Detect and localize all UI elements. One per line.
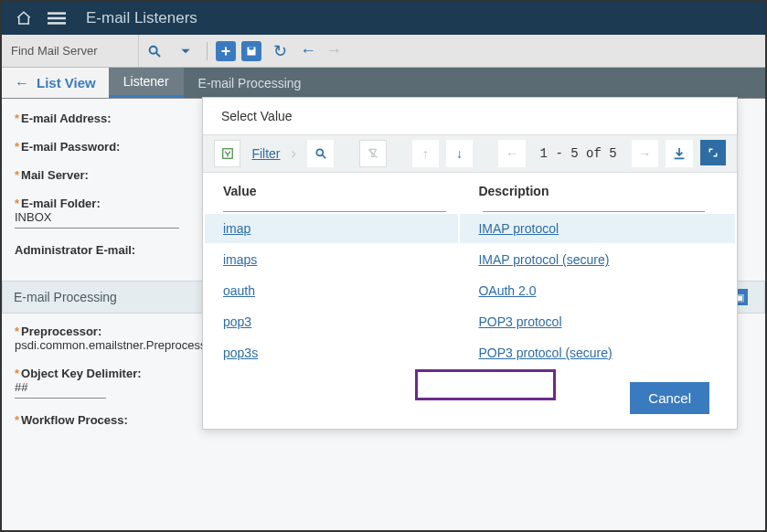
- page-prev-icon: ←: [498, 140, 525, 167]
- table-row[interactable]: imapIMAP protocol: [205, 214, 735, 243]
- svg-rect-2: [48, 22, 66, 24]
- app-header: E-mail Listeners: [2, 2, 765, 35]
- find-mail-server-input[interactable]: Find Mail Server: [2, 35, 139, 67]
- svg-rect-8: [250, 47, 254, 49]
- back-arrow-icon: ←: [15, 75, 29, 91]
- description-link[interactable]: IMAP protocol: [478, 221, 559, 236]
- table-row[interactable]: pop3sPOP3 protocol (secure): [205, 338, 735, 367]
- value-link[interactable]: imap: [223, 221, 250, 236]
- description-link[interactable]: OAuth 2.0: [478, 283, 536, 298]
- chevron-down-icon[interactable]: [172, 37, 199, 65]
- forward-icon: →: [325, 41, 342, 60]
- description-link[interactable]: IMAP protocol (secure): [478, 252, 609, 267]
- svg-rect-1: [48, 17, 66, 20]
- svg-rect-0: [48, 12, 66, 15]
- toolbar: Find Mail Server ↻ ← →: [2, 35, 765, 68]
- download-icon[interactable]: [666, 140, 693, 167]
- table-row[interactable]: oauthOAuth 2.0: [205, 276, 735, 305]
- list-view-label: List View: [37, 75, 96, 90]
- save-icon[interactable]: [241, 41, 261, 61]
- svg-rect-9: [222, 149, 232, 159]
- clear-filter-icon: [359, 140, 386, 167]
- expand-icon[interactable]: [700, 140, 726, 165]
- value-link[interactable]: pop3s: [223, 346, 258, 360]
- filter-toggle-icon[interactable]: [214, 140, 240, 167]
- svg-line-4: [156, 53, 160, 57]
- col-description[interactable]: Description: [460, 175, 735, 204]
- description-link[interactable]: POP3 protocol (secure): [478, 346, 612, 360]
- col-value[interactable]: Value: [205, 175, 458, 204]
- value-link[interactable]: oauth: [223, 283, 255, 298]
- menu-icon[interactable]: [44, 5, 69, 31]
- page-title: E-mail Listeners: [86, 9, 197, 27]
- dialog-title: Select Value: [203, 98, 737, 134]
- arrow-up-icon: ↑: [412, 140, 439, 167]
- search-icon[interactable]: [307, 140, 334, 167]
- value-link[interactable]: pop3: [223, 314, 251, 329]
- separator: [207, 42, 208, 60]
- table-row[interactable]: pop3POP3 protocol: [205, 307, 735, 336]
- select-value-dialog: Select Value Filter › ↑ ↓ ← 1 - 5 of 5 →: [202, 97, 738, 430]
- svg-line-11: [322, 155, 325, 159]
- value-table: Value Description imapIMAP protocolimaps…: [203, 173, 737, 369]
- cancel-button[interactable]: Cancel: [630, 382, 709, 414]
- dialog-toolbar: Filter › ↑ ↓ ← 1 - 5 of 5 →: [203, 134, 737, 173]
- tab-email-processing[interactable]: E-mail Processing: [184, 68, 316, 98]
- add-icon[interactable]: [216, 41, 236, 61]
- svg-rect-6: [222, 50, 230, 52]
- value-link[interactable]: imaps: [223, 252, 257, 267]
- svg-point-10: [316, 149, 323, 155]
- table-row[interactable]: imapsIMAP protocol (secure): [205, 245, 735, 274]
- description-link[interactable]: POP3 protocol: [478, 314, 561, 329]
- list-view-button[interactable]: ← List View: [2, 68, 109, 98]
- tab-listener[interactable]: Listener: [109, 68, 184, 98]
- chevron-right-icon: ›: [292, 145, 296, 162]
- paging-text: 1 - 5 of 5: [533, 146, 624, 161]
- svg-point-3: [150, 46, 157, 53]
- search-icon[interactable]: [141, 37, 168, 65]
- refresh-icon[interactable]: ↻: [266, 37, 293, 65]
- arrow-down-icon[interactable]: ↓: [446, 140, 473, 167]
- filter-link[interactable]: Filter: [251, 146, 280, 161]
- back-icon[interactable]: ←: [300, 41, 316, 60]
- page-next-icon: →: [632, 140, 658, 167]
- dialog-footer: Cancel: [203, 369, 737, 414]
- home-icon[interactable]: [11, 5, 37, 31]
- tab-bar: ← List View Listener E-mail Processing: [2, 68, 765, 99]
